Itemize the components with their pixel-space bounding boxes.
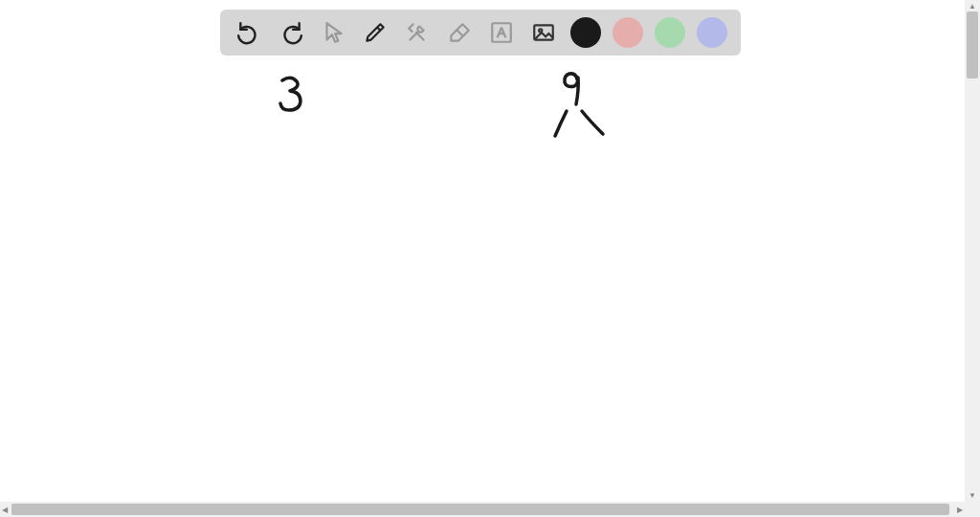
eraser-icon	[447, 20, 472, 45]
scroll-down-arrow-icon[interactable]: ▼	[969, 491, 976, 500]
text-icon	[489, 20, 514, 45]
canvas[interactable]	[0, 0, 965, 502]
scroll-right-arrow-icon[interactable]: ▶	[957, 506, 963, 514]
scrollbar-corner	[965, 502, 980, 517]
handwriting-digit-3	[276, 75, 306, 113]
horizontal-scrollbar[interactable]: ◀ ▶	[0, 502, 965, 517]
image-icon	[531, 20, 556, 45]
undo-button[interactable]	[234, 17, 264, 48]
tools-icon	[405, 20, 430, 45]
color-swatch-black[interactable]	[570, 17, 601, 48]
pencil-icon	[363, 20, 388, 45]
scroll-left-arrow-icon[interactable]: ◀	[2, 506, 8, 514]
redo-icon	[278, 20, 303, 45]
color-swatch-green[interactable]	[655, 17, 685, 48]
eraser-tool-button[interactable]	[444, 17, 475, 48]
cursor-icon	[321, 20, 345, 45]
tools-button[interactable]	[402, 17, 433, 48]
pen-tool-button[interactable]	[360, 17, 390, 48]
toolbar	[220, 10, 741, 56]
color-swatch-pink[interactable]	[612, 17, 643, 48]
select-tool-button[interactable]	[318, 17, 348, 48]
text-tool-button[interactable]	[486, 17, 517, 48]
color-swatch-purple[interactable]	[697, 17, 727, 48]
redo-button[interactable]	[276, 17, 306, 48]
scroll-up-arrow-icon[interactable]: ▲	[969, 2, 976, 11]
vertical-scrollbar[interactable]: ▲ ▼	[965, 0, 980, 502]
vertical-scrollbar-thumb[interactable]	[967, 11, 978, 79]
undo-icon	[236, 20, 261, 45]
handwriting-digit-9	[561, 70, 586, 108]
image-tool-button[interactable]	[528, 17, 559, 48]
horizontal-scrollbar-thumb[interactable]	[11, 504, 949, 515]
handwriting-branches	[547, 107, 609, 142]
